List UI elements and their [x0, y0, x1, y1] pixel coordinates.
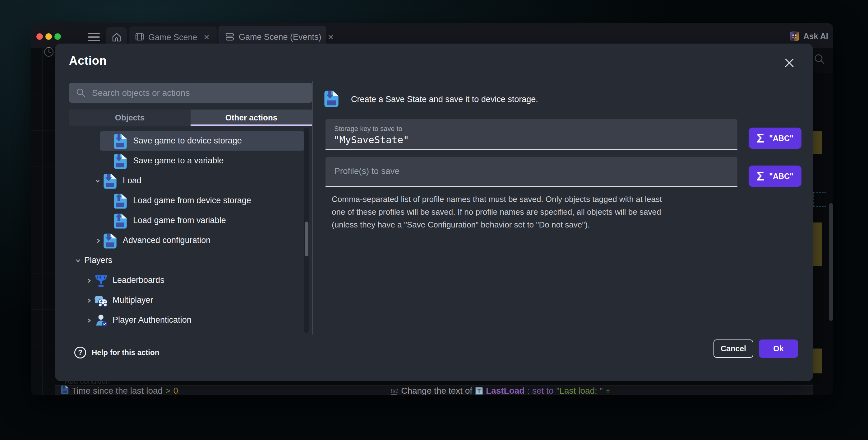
dialog-title: Action [69, 54, 106, 67]
screenshot-stage: Game Scene ✕ Game Scene (Events) ✕ [0, 0, 868, 440]
chevron-right-icon[interactable] [95, 238, 102, 245]
question-mark-icon: ? [74, 347, 86, 358]
close-tab-icon[interactable]: ✕ [204, 33, 210, 42]
save-down-icon [114, 134, 127, 150]
chevron-right-icon[interactable] [86, 277, 92, 285]
search-icon [76, 88, 86, 99]
save-icon [61, 385, 69, 395]
events-sheet-icon [225, 32, 235, 42]
pane-divider [312, 81, 313, 334]
list-scrollbar-thumb[interactable] [305, 222, 308, 256]
help-label: Help for this action [92, 348, 159, 357]
profiles-field[interactable]: Profile(s) to save [326, 157, 737, 187]
list-item-label: Leaderboards [113, 275, 164, 285]
text-object-icon: T [475, 387, 483, 395]
tab-label: Game Scene (Events) [239, 32, 321, 42]
chevron-right-icon[interactable] [86, 297, 92, 305]
list-group-multiplayer[interactable]: Multiplayer [69, 291, 312, 310]
dialog-tabs: Objects Other actions [69, 110, 312, 126]
help-for-action-link[interactable]: ? Help for this action [74, 347, 159, 358]
expression-editor-button[interactable]: Σ "ABC" [749, 127, 802, 149]
chevron-right-icon[interactable] [86, 317, 92, 325]
list-item-label: Load game from variable [133, 216, 226, 225]
expression-editor-button[interactable]: Σ "ABC" [749, 166, 802, 187]
ask-ai-button[interactable]: Ask AI [789, 31, 828, 41]
list-item-label: Advanced configuration [123, 236, 211, 245]
field-placeholder: Profile(s) to save [334, 166, 400, 176]
list-group-player-authentication[interactable]: Player Authentication [69, 311, 312, 330]
film-icon [135, 32, 144, 42]
list-item-label: Save game to device storage [133, 136, 242, 146]
list-group-leaderboards[interactable]: Leaderboards [69, 271, 312, 290]
list-item-label: Players [84, 256, 112, 265]
condition-text: Time since the last load [71, 386, 163, 395]
app-window: Game Scene ✕ Game Scene (Events) ✕ [31, 23, 833, 395]
list-item-load-game-from-device-storage[interactable]: Load game from device storage [69, 192, 312, 210]
menu-hamburger-icon[interactable] [88, 33, 100, 41]
traffic-light-minimize[interactable] [45, 33, 52, 40]
action-plus: + [606, 386, 611, 395]
load-up-icon [114, 213, 127, 230]
dialog-close-button[interactable] [783, 57, 796, 69]
save-down-icon [114, 153, 127, 170]
tab-objects[interactable]: Objects [69, 110, 191, 126]
text-action-icon: txt [391, 387, 398, 394]
home-icon [111, 32, 122, 44]
traffic-light-zoom[interactable] [54, 33, 61, 40]
action-dialog: Action Objects Other actions [55, 43, 813, 381]
action-string-literal: "Last load: " [557, 386, 603, 395]
tab-label: Game Scene [148, 33, 197, 42]
expression-type-label: "ABC" [769, 172, 794, 181]
ask-ai-label: Ask AI [803, 31, 828, 41]
tab-other-actions[interactable]: Other actions [191, 110, 312, 126]
list-item-load-game-from-variable[interactable]: Load game from variable [69, 212, 312, 230]
field-label: Storage key to save to [334, 125, 402, 133]
action-expression-text: Styles(SaveState.TimeSinceLastLoad()) [400, 394, 544, 395]
chevron-down-icon[interactable] [94, 178, 101, 185]
event-action-second-line: Styles(SaveState.TimeSinceLastLoad()) [391, 394, 544, 395]
field-help-text: Comma-separated list of profile names th… [332, 193, 736, 231]
event-column-divider[interactable] [387, 385, 388, 395]
list-item-label: Save game to a variable [133, 156, 223, 166]
ai-smiley-icon [789, 31, 799, 41]
list-item-label: Multiplayer [113, 295, 153, 305]
condition-operator: > [165, 386, 170, 395]
action-search-box [69, 83, 312, 103]
list-item-label: Load [123, 176, 142, 185]
close-tab-icon[interactable]: ✕ [328, 33, 334, 42]
multiplayer-gamepads-icon [94, 295, 108, 309]
sigma-icon: Σ [757, 132, 764, 144]
chevron-down-icon[interactable] [75, 258, 81, 265]
load-up-icon [114, 193, 127, 210]
field-value: "MySaveState" [334, 134, 409, 145]
list-group-advanced-configuration[interactable]: Advanced configuration [69, 232, 312, 250]
action-search-input[interactable] [91, 83, 307, 103]
list-group-load[interactable]: Load [69, 172, 312, 190]
sigma-icon: Σ [757, 170, 764, 182]
cancel-button[interactable]: Cancel [713, 340, 753, 358]
traffic-light-close[interactable] [36, 33, 43, 40]
expression-type-label: "ABC" [769, 134, 794, 143]
save-down-icon [324, 90, 339, 108]
condition-value: 0 [173, 386, 178, 395]
save-down-icon [103, 233, 117, 250]
list-item-save-game-to-device-storage[interactable]: Save game to device storage [69, 132, 312, 151]
player-auth-icon [95, 314, 108, 328]
event-condition-cell[interactable]: Time since the last load > 0 [61, 385, 178, 395]
list-item-label: Load game from device storage [133, 196, 251, 205]
trophy-icon [94, 274, 107, 289]
list-group-players[interactable]: Players [69, 252, 312, 270]
expression-icon [391, 394, 397, 395]
save-down-icon [103, 173, 117, 190]
ok-button[interactable]: Ok [759, 340, 798, 358]
action-description: Create a Save State and save it to devic… [351, 95, 538, 104]
storage-key-field[interactable]: Storage key to save to "MySaveState" [326, 119, 737, 150]
list-item-label: Player Authentication [113, 315, 191, 325]
list-item-save-game-to-a-variable[interactable]: Save game to a variable [69, 152, 312, 171]
